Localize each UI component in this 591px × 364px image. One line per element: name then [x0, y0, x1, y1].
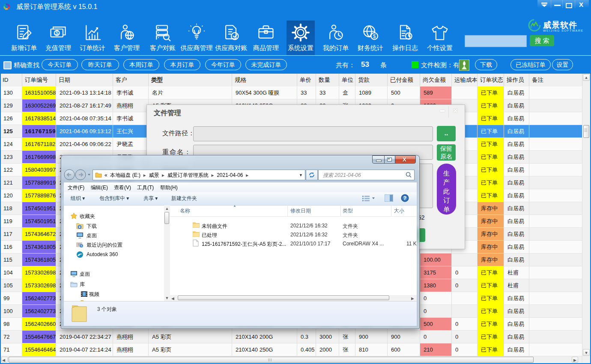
svg-text:$: $: [373, 33, 376, 39]
svg-text:?: ?: [403, 195, 407, 201]
svg-text:$: $: [55, 30, 58, 36]
